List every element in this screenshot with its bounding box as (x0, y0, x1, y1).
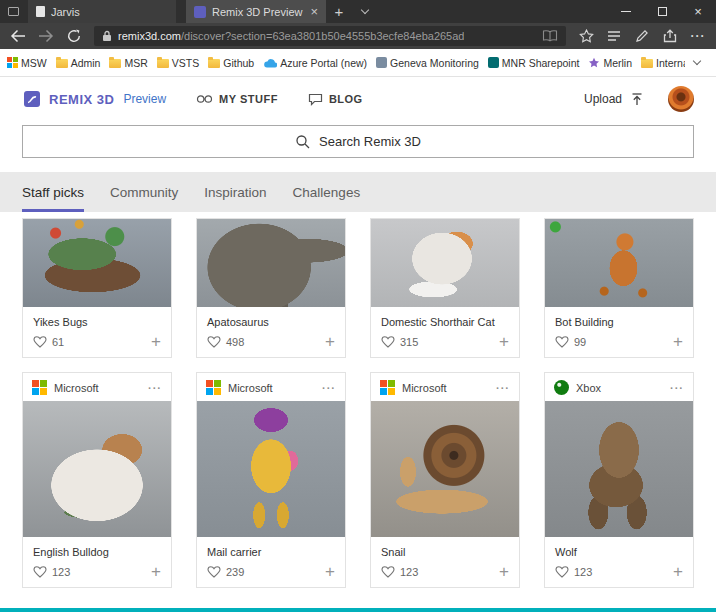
publisher-name: Microsoft (228, 382, 273, 394)
add-to-board-button[interactable]: + (325, 336, 335, 348)
like-button[interactable]: 123 (33, 565, 70, 578)
model-thumbnail[interactable] (197, 219, 345, 307)
favorite-msw[interactable]: MSW (7, 57, 47, 69)
share-button[interactable] (656, 23, 684, 49)
tab-close-icon[interactable]: × (310, 5, 318, 18)
address-bar[interactable]: remix3d.com/discover?section=63ea3801b50… (94, 26, 566, 46)
model-thumbnail[interactable] (371, 401, 519, 537)
model-thumbnail[interactable] (371, 219, 519, 307)
upload-arrow-icon[interactable] (630, 92, 644, 106)
reading-view-button[interactable] (542, 30, 558, 42)
add-to-board-button[interactable]: + (151, 336, 161, 348)
search-input[interactable]: Search Remix 3D (22, 125, 694, 158)
model-card-domestic-shorthair-cat[interactable]: Domestic Shorthair Cat 315 + (370, 218, 520, 358)
tabs-aside-icon (8, 7, 19, 16)
nav-blog[interactable]: BLOG (308, 93, 363, 106)
add-to-board-button[interactable]: + (499, 336, 509, 348)
hub-button[interactable] (600, 23, 628, 49)
remix3d-home-link[interactable]: REMIX 3D Preview (22, 89, 166, 109)
favorite-vsts[interactable]: VSTS (157, 57, 199, 69)
model-card-english-bulldog[interactable]: Microsoft ··· English Bulldog 123 + (22, 372, 172, 588)
model-thumbnail[interactable] (23, 219, 171, 307)
more-options-button[interactable]: ··· (684, 23, 712, 49)
favorite-azure-portal[interactable]: Azure Portal (new) (263, 57, 367, 69)
card-menu-button[interactable]: ··· (148, 384, 162, 392)
model-card-mail-carrier[interactable]: Microsoft ··· Mail carrier 239 + (196, 372, 346, 588)
favorite-mnr-sharepoint[interactable]: MNR Sharepoint (488, 57, 580, 69)
card-meta: 123 + (371, 558, 519, 587)
model-title: English Bulldog (23, 537, 171, 558)
tab-remix-3d-preview[interactable]: Remix 3D Preview × (186, 0, 326, 23)
close-button[interactable]: × (680, 0, 716, 23)
more-dots-icon: ··· (691, 29, 706, 43)
tab-challenges[interactable]: Challenges (293, 172, 361, 212)
favorite-github[interactable]: Github (208, 57, 254, 69)
forward-button[interactable] (32, 23, 60, 49)
favorite-geneva-monitoring[interactable]: Geneva Monitoring (376, 57, 479, 69)
favorites-overflow-button[interactable] (685, 61, 709, 64)
card-menu-button[interactable]: ··· (670, 384, 684, 392)
brand-name: REMIX 3D (49, 92, 114, 107)
model-card-bot-building[interactable]: Bot Building 99 + (544, 218, 694, 358)
card-meta: 123 + (23, 558, 171, 587)
heart-icon (555, 565, 569, 578)
url-domain: remix3d.com (118, 30, 181, 42)
model-card-snail[interactable]: Microsoft ··· Snail 123 + (370, 372, 520, 588)
tab-staff-picks[interactable]: Staff picks (22, 172, 84, 212)
tab-community[interactable]: Community (110, 172, 178, 212)
add-to-board-button[interactable]: + (325, 566, 335, 578)
tab-jarvis[interactable]: Jarvis (28, 0, 176, 23)
model-thumbnail[interactable] (23, 401, 171, 537)
goggles-icon (196, 93, 213, 105)
model-card-apatosaurus[interactable]: Apatosaurus 498 + (196, 218, 346, 358)
chevron-down-icon (361, 6, 369, 14)
minimize-button[interactable] (608, 0, 644, 23)
card-row-2: Microsoft ··· English Bulldog 123 + Micr… (22, 372, 694, 588)
like-button[interactable]: 498 (207, 335, 244, 348)
refresh-button[interactable] (60, 23, 88, 49)
model-card-wolf[interactable]: Xbox ··· Wolf 123 + (544, 372, 694, 588)
tab-inspiration[interactable]: Inspiration (204, 172, 266, 212)
add-to-board-button[interactable]: + (151, 566, 161, 578)
tab-preview-chevron-button[interactable] (352, 0, 378, 23)
model-thumbnail[interactable] (197, 401, 345, 537)
card-menu-button[interactable]: ··· (496, 384, 510, 392)
model-card-yikes-bugs[interactable]: Yikes Bugs 61 + (22, 218, 172, 358)
card-header: Microsoft ··· (197, 373, 345, 401)
web-note-button[interactable] (628, 23, 656, 49)
add-to-board-button[interactable]: + (499, 566, 509, 578)
favorite-msr[interactable]: MSR (109, 57, 147, 69)
remix3d-favicon-icon (194, 6, 206, 18)
model-title: Mail carrier (197, 537, 345, 558)
set-tabs-aside-button[interactable] (0, 0, 26, 23)
favorite-internal[interactable]: Internal (641, 57, 685, 69)
new-tab-button[interactable]: + (326, 0, 352, 23)
add-to-board-button[interactable]: + (673, 566, 683, 578)
upload-button[interactable]: Upload (584, 92, 622, 106)
like-button[interactable]: 99 (555, 335, 586, 348)
nav-my-stuff[interactable]: MY STUFF (196, 93, 278, 105)
microsoft-logo-icon (206, 380, 221, 395)
like-button[interactable]: 123 (381, 565, 418, 578)
document-favicon-icon (36, 6, 45, 17)
like-button[interactable]: 61 (33, 335, 64, 348)
search-placeholder: Search Remix 3D (319, 134, 421, 149)
like-button[interactable]: 123 (555, 565, 592, 578)
add-favorite-button[interactable] (572, 23, 600, 49)
model-thumbnail[interactable] (545, 219, 693, 307)
card-menu-button[interactable]: ··· (322, 384, 336, 392)
favorite-label: Azure Portal (new) (280, 57, 367, 69)
model-thumbnail[interactable] (545, 401, 693, 537)
favorite-label: Geneva Monitoring (390, 57, 479, 69)
favorite-admin[interactable]: Admin (56, 57, 101, 69)
like-button[interactable]: 239 (207, 565, 244, 578)
like-button[interactable]: 315 (381, 335, 418, 348)
add-to-board-button[interactable]: + (673, 336, 683, 348)
back-button[interactable] (4, 23, 32, 49)
user-avatar[interactable] (668, 86, 694, 112)
blog-label: BLOG (329, 93, 363, 105)
maximize-button[interactable] (644, 0, 680, 23)
section-tabs: Staff picks Community Inspiration Challe… (0, 172, 716, 212)
model-title: Snail (371, 537, 519, 558)
favorite-merlin[interactable]: Merlin (588, 57, 632, 69)
